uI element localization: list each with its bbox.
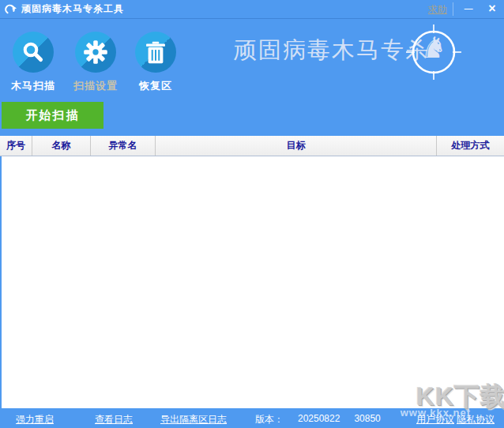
column-header-anomaly[interactable]: 异常名	[91, 136, 156, 156]
titlebar: 顽固病毒木马专杀工具 求助 ─ ×	[0, 0, 504, 19]
help-link[interactable]: 求助	[428, 3, 447, 17]
statusbar: 强力重启 查看日志 导出隔离区日志 版本： 20250822 30850 用户协…	[0, 408, 504, 428]
titlebar-separator	[453, 2, 453, 16]
results-list-area	[2, 156, 504, 408]
knight-horse-glyph: ♞	[404, 33, 463, 62]
column-header-target[interactable]: 目标	[156, 136, 437, 156]
privacy-agreement-link[interactable]: 隐私协议	[457, 413, 495, 426]
column-header-action[interactable]: 处理方式	[437, 136, 504, 156]
trash-icon	[135, 32, 176, 73]
minimize-button[interactable]: ─	[458, 0, 479, 17]
app-window: 顽固病毒木马专杀工具 求助 ─ × 木马扫描	[0, 0, 504, 428]
version-date: 20250822	[298, 413, 340, 426]
magnifier-icon	[13, 32, 54, 73]
app-logo-arrow-icon	[5, 3, 17, 15]
banner-title: 顽固病毒木马专杀	[234, 35, 430, 66]
start-scan-button[interactable]: 开始扫描	[2, 102, 103, 129]
view-log-link[interactable]: 查看日志	[95, 413, 133, 426]
version-label: 版本：	[255, 413, 284, 426]
toolbar-item-trojan-scan[interactable]: 木马扫描	[0, 32, 66, 93]
version-build: 30850	[354, 413, 380, 426]
gear-icon	[75, 32, 116, 73]
toolbar-item-scan-settings[interactable]: 扫描设置	[62, 32, 129, 93]
column-header-index[interactable]: 序号	[0, 136, 32, 156]
version-info: 版本： 20250822 30850	[255, 413, 395, 426]
window-title: 顽固病毒木马专杀工具	[21, 2, 124, 16]
force-restart-link[interactable]: 强力重启	[16, 413, 54, 426]
toolbar-item-label: 扫描设置	[62, 79, 129, 93]
export-quarantine-log-link[interactable]: 导出隔离区日志	[160, 413, 227, 426]
user-agreement-link[interactable]: 用户协议	[416, 413, 454, 426]
toolbar-item-label: 恢复区	[122, 79, 189, 93]
close-button[interactable]: ×	[482, 0, 502, 17]
toolbar-item-recovery-zone[interactable]: 恢复区	[122, 32, 189, 93]
toolbar-item-label: 木马扫描	[0, 79, 66, 93]
horse-crosshair-logo-icon: ♞	[404, 23, 463, 81]
column-header-name[interactable]: 名称	[32, 136, 91, 156]
results-table-header: 序号 名称 异常名 目标 处理方式	[0, 136, 504, 156]
